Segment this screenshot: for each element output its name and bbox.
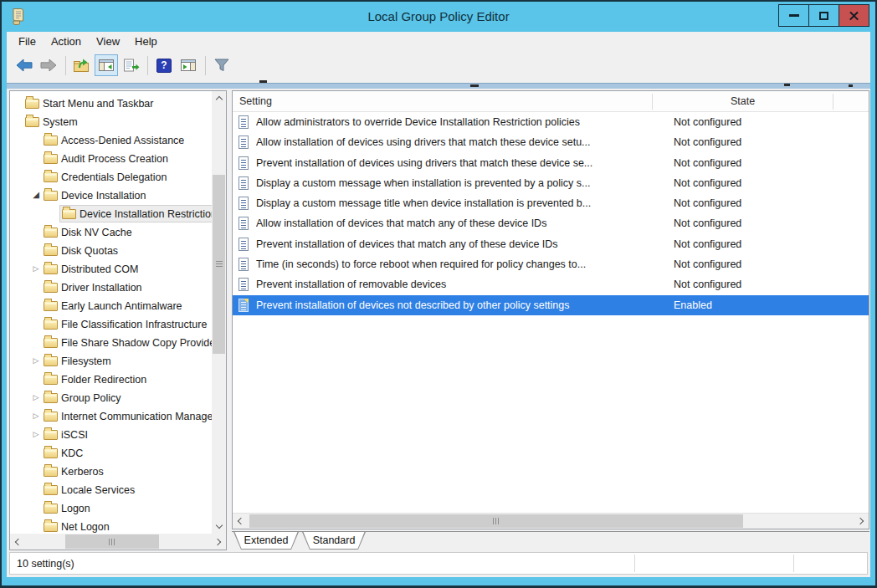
- menu-action[interactable]: Action: [44, 33, 89, 50]
- tree-item-label: Start Menu and Taskbar: [43, 97, 153, 110]
- tab-extended[interactable]: Extended: [233, 532, 299, 550]
- setting-row[interactable]: Prevent installation of devices not desc…: [233, 295, 869, 315]
- tree-item[interactable]: Folder Redirection: [10, 371, 212, 389]
- policy-setting-icon: [238, 299, 249, 312]
- tree-item[interactable]: Locale Services: [10, 481, 212, 499]
- setting-row[interactable]: Display a custom message when installati…: [233, 173, 869, 193]
- expand-arrow-icon[interactable]: ▷: [30, 428, 42, 440]
- tree-item[interactable]: Kerberos: [10, 463, 212, 481]
- tree-item[interactable]: ▷Filesystem: [10, 352, 212, 371]
- tree-item-label: System: [43, 115, 78, 129]
- tree-item[interactable]: Access-Denied Assistance: [10, 131, 212, 150]
- chevron-up-icon: [215, 96, 222, 103]
- forward-button[interactable]: [37, 54, 60, 76]
- maximize-button[interactable]: [808, 4, 839, 27]
- tree-item-label: Disk Quotas: [61, 244, 118, 258]
- tree-item-label: Group Policy: [61, 391, 121, 405]
- tree-item[interactable]: System: [10, 113, 212, 131]
- scroll-down-button[interactable]: [212, 519, 226, 534]
- expand-arrow-icon[interactable]: ▷: [30, 391, 42, 403]
- setting-name: Allow installation of devices using driv…: [256, 136, 648, 148]
- tree-item[interactable]: ▷iSCSI: [10, 426, 212, 444]
- column-header-setting[interactable]: Setting: [239, 95, 272, 107]
- tree-item-label: Disk NV Cache: [61, 226, 132, 239]
- setting-row[interactable]: Allow installation of devices using driv…: [233, 132, 869, 152]
- column-separator[interactable]: [652, 94, 653, 110]
- setting-name: Display a custom message title when devi…: [256, 197, 648, 209]
- tree-item[interactable]: KDC: [10, 444, 212, 463]
- column-header-state[interactable]: State: [653, 95, 833, 107]
- tree-item[interactable]: Disk NV Cache: [10, 223, 212, 242]
- folder-icon: [44, 485, 58, 495]
- tab-label: Extended: [233, 532, 299, 549]
- menu-help[interactable]: Help: [127, 33, 165, 50]
- folder-icon: [44, 467, 58, 477]
- export-list-button[interactable]: [119, 54, 142, 76]
- collapse-arrow-icon[interactable]: ◢: [30, 189, 42, 201]
- setting-row[interactable]: Display a custom message title when devi…: [233, 193, 869, 213]
- scroll-left-button[interactable]: [233, 514, 247, 529]
- tree-item-label: Device Installation: [61, 189, 146, 202]
- setting-row[interactable]: Allow installation of devices that match…: [233, 213, 869, 233]
- menu-view[interactable]: View: [89, 33, 127, 50]
- expand-arrow-icon[interactable]: ▷: [30, 263, 42, 274]
- scroll-left-button[interactable]: [10, 534, 24, 550]
- folder-icon: [44, 430, 58, 440]
- folder-icon: [44, 228, 58, 238]
- tree-item[interactable]: File Share Shadow Copy Provider: [10, 334, 212, 352]
- tree-item[interactable]: Driver Installation: [10, 279, 212, 297]
- setting-name: Time (in seconds) to force reboot when r…: [256, 258, 648, 270]
- tree-item[interactable]: ▷Group Policy: [10, 389, 212, 407]
- view-tabstrip: ExtendedStandard: [232, 531, 869, 553]
- band-mark: [784, 84, 790, 86]
- setting-state: Not configured: [674, 136, 741, 148]
- setting-row[interactable]: Prevent installation of devices using dr…: [233, 153, 869, 173]
- console-tree-toggle-button[interactable]: [95, 54, 118, 76]
- up-folder-button[interactable]: [70, 54, 94, 76]
- tree-item[interactable]: Net Logon: [10, 518, 212, 534]
- tree-item-label: Folder Redirection: [61, 373, 146, 386]
- setting-row[interactable]: Allow administrators to override Device …: [233, 112, 869, 132]
- expand-arrow-icon[interactable]: ▷: [30, 355, 42, 366]
- filter-button[interactable]: [210, 54, 233, 76]
- tree-item[interactable]: Credentials Delegation: [10, 168, 212, 187]
- folder-icon: [44, 191, 58, 201]
- folder-icon: [44, 412, 58, 422]
- back-button[interactable]: [13, 54, 36, 76]
- setting-state: Not configured: [674, 217, 741, 229]
- tree-hscroll-thumb[interactable]: [65, 534, 159, 549]
- scroll-up-button[interactable]: [212, 91, 226, 105]
- tab-standard[interactable]: Standard: [302, 532, 366, 550]
- tree-vscroll-thumb[interactable]: [213, 175, 225, 354]
- setting-row[interactable]: Time (in seconds) to force reboot when r…: [233, 254, 869, 274]
- scroll-right-button[interactable]: [212, 534, 226, 550]
- column-separator[interactable]: [833, 94, 833, 110]
- list-hscroll-thumb[interactable]: [249, 514, 743, 528]
- tree-item[interactable]: ▷Distributed COM: [10, 260, 212, 279]
- tree-item[interactable]: Device Installation Restrictions: [10, 205, 212, 223]
- setting-row[interactable]: Prevent installation of removable device…: [233, 274, 869, 294]
- scroll-right-button[interactable]: [854, 514, 869, 529]
- tree-item[interactable]: Disk Quotas: [10, 242, 212, 260]
- tree-item[interactable]: Early Launch Antimalware: [10, 297, 212, 315]
- tree-item-label: Kerberos: [61, 465, 104, 478]
- toolbar-separator: [205, 56, 206, 75]
- close-button[interactable]: [839, 4, 869, 27]
- chevron-left-icon: [15, 538, 22, 545]
- window-controls: [779, 4, 869, 27]
- expand-arrow-icon[interactable]: ▷: [30, 410, 42, 422]
- setting-row[interactable]: Prevent installation of devices that mat…: [233, 234, 869, 254]
- chevron-left-icon: [238, 518, 244, 524]
- tree-item[interactable]: Start Menu and Taskbar: [10, 95, 212, 113]
- help-button[interactable]: ?: [152, 54, 176, 76]
- setting-state: Not configured: [674, 177, 741, 189]
- tree-item[interactable]: File Classification Infrastructure: [10, 315, 212, 334]
- menu-file[interactable]: File: [11, 33, 44, 50]
- tree-item[interactable]: ◢Device Installation: [10, 187, 212, 205]
- action-pane-toggle-button[interactable]: [177, 54, 200, 76]
- minimize-button[interactable]: [778, 4, 809, 27]
- tree-item[interactable]: Logon: [10, 499, 212, 518]
- status-bar: 10 setting(s): [9, 552, 868, 575]
- tree-item[interactable]: ▷Internet Communication Management: [10, 407, 212, 426]
- tree-item[interactable]: Audit Process Creation: [10, 150, 212, 168]
